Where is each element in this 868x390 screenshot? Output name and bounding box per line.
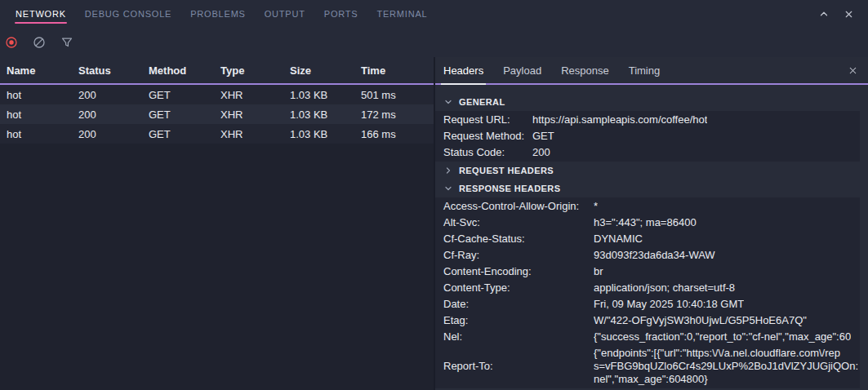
table-row[interactable]: hot 200 GET XHR 1.03 KB 166 ms xyxy=(0,124,434,144)
section-general[interactable]: GENERAL xyxy=(435,93,868,111)
tab-response[interactable]: Response xyxy=(561,57,609,83)
cell-type: XHR xyxy=(214,109,283,121)
record-icon[interactable] xyxy=(5,36,18,49)
section-general-title: GENERAL xyxy=(459,97,505,107)
cell-size: 1.03 KB xyxy=(283,89,354,101)
column-header-status[interactable]: Status xyxy=(72,64,142,77)
cell-method: GET xyxy=(142,89,214,101)
kv-value: {"success_fraction":0,"report_to":"cf-ne… xyxy=(594,329,851,345)
kv-value-line: s=vFBG9bqUZlo6Cr4s29LUxP%2BoJ1dVlZYJUGji… xyxy=(594,360,858,373)
cell-name: hot xyxy=(0,128,72,140)
cell-time: 501 ms xyxy=(354,89,434,101)
cell-type: XHR xyxy=(214,89,283,101)
column-header-type[interactable]: Type xyxy=(214,64,283,77)
tab-payload[interactable]: Payload xyxy=(503,57,541,83)
request-table-header: Name Status Method Type Size Time xyxy=(0,57,434,85)
kv-key: Report-To: xyxy=(443,358,594,374)
kv-cf-cache-status: Cf-Cache-Status: DYNAMIC xyxy=(435,231,860,247)
kv-value: W/"422-OFgVyjSW3h0UjwL/G5P5HoE6A7Q" xyxy=(594,312,807,329)
kv-alt-svc: Alt-Svc: h3=":443"; ma=86400 xyxy=(435,215,860,231)
chevron-up-icon[interactable] xyxy=(817,7,830,20)
tab-debug-console[interactable]: DEBUG CONSOLE xyxy=(85,0,171,28)
panel-window-controls xyxy=(817,0,868,28)
kv-value: GET xyxy=(532,128,554,144)
tab-headers[interactable]: Headers xyxy=(443,57,483,83)
panel-tabs: NETWORK DEBUG CONSOLE PROBLEMS OUTPUT PO… xyxy=(0,0,428,28)
cell-method: GET xyxy=(142,128,214,140)
kv-value: h3=":443"; ma=86400 xyxy=(594,215,697,231)
kv-key: Content-Encoding: xyxy=(443,264,594,280)
kv-value: 200 xyxy=(532,144,550,161)
kv-key: Date: xyxy=(443,296,594,312)
kv-key: Content-Type: xyxy=(443,280,594,296)
kv-value-multiline: {"endpoints":[{"url":"https:\/\/a.nel.cl… xyxy=(594,345,858,388)
kv-key: Status Code: xyxy=(443,144,532,161)
panel-tab-bar: NETWORK DEBUG CONSOLE PROBLEMS OUTPUT PO… xyxy=(0,0,868,28)
kv-request-method: Request Method: GET xyxy=(435,128,860,144)
kv-report-to: Report-To: {"endpoints":[{"url":"https:\… xyxy=(435,345,860,388)
tab-output[interactable]: OUTPUT xyxy=(265,0,305,28)
chevron-down-icon xyxy=(443,97,453,107)
kv-nel: Nel: {"success_fraction":0,"report_to":"… xyxy=(435,329,860,345)
close-panel-icon[interactable] xyxy=(842,7,855,20)
tab-terminal-label: TERMINAL xyxy=(376,9,427,19)
kv-key: Request Method: xyxy=(443,128,532,144)
kv-value-line: {"endpoints":[{"url":"https:\/\/a.nel.cl… xyxy=(594,347,858,360)
kv-key: Etag: xyxy=(443,312,594,329)
cell-size: 1.03 KB xyxy=(283,109,354,121)
tab-problems-label: PROBLEMS xyxy=(190,9,246,19)
cell-method: GET xyxy=(142,109,214,121)
tab-timing[interactable]: Timing xyxy=(629,57,661,83)
cell-status: 200 xyxy=(72,128,142,140)
column-header-size[interactable]: Size xyxy=(283,64,354,77)
tab-ports-label: PORTS xyxy=(324,9,358,19)
table-row[interactable]: hot 200 GET XHR 1.03 KB 501 ms xyxy=(0,85,434,104)
tab-output-label: OUTPUT xyxy=(265,9,305,19)
filter-icon[interactable] xyxy=(60,36,73,49)
kv-value: https://api.sampleapis.com/coffee/hot xyxy=(532,112,707,128)
general-block: Request URL: https://api.sampleapis.com/… xyxy=(435,111,860,162)
response-headers-block: Access-Control-Allow-Origin: * Alt-Svc: … xyxy=(435,197,860,388)
cell-name: hot xyxy=(0,89,72,101)
kv-value: * xyxy=(594,198,598,215)
kv-value: 93d093f23da6da34-WAW xyxy=(594,247,715,264)
tab-problems[interactable]: PROBLEMS xyxy=(190,0,246,28)
section-request-headers[interactable]: REQUEST HEADERS xyxy=(435,162,868,179)
kv-value: application/json; charset=utf-8 xyxy=(594,280,735,296)
network-panel-body: Name Status Method Type Size Time hot 20… xyxy=(0,57,868,390)
kv-status-code: Status Code: 200 xyxy=(435,144,860,161)
close-details-icon[interactable] xyxy=(848,57,868,83)
column-header-name[interactable]: Name xyxy=(0,64,72,77)
kv-key: Cf-Ray: xyxy=(443,247,594,264)
cell-status: 200 xyxy=(72,109,142,121)
kv-content-encoding: Content-Encoding: br xyxy=(435,264,860,280)
clear-icon[interactable] xyxy=(33,36,46,49)
kv-value-line: nel","max_age":604800} xyxy=(594,373,858,386)
kv-key: Alt-Svc: xyxy=(443,215,594,231)
request-table: Name Status Method Type Size Time hot 20… xyxy=(0,57,434,390)
tab-network-label: NETWORK xyxy=(16,9,66,19)
kv-key: Request URL: xyxy=(443,112,532,128)
headers-view: GENERAL Request URL: https://api.samplea… xyxy=(435,85,868,390)
tab-network[interactable]: NETWORK xyxy=(16,0,66,28)
cell-type: XHR xyxy=(214,128,283,140)
column-header-method[interactable]: Method xyxy=(142,64,214,77)
kv-request-url: Request URL: https://api.sampleapis.com/… xyxy=(435,112,860,128)
chevron-right-icon xyxy=(443,166,453,175)
request-details-panel: Headers Payload Response Timing GENERAL … xyxy=(434,57,868,390)
kv-etag: Etag: W/"422-OFgVyjSW3h0UjwL/G5P5HoE6A7Q… xyxy=(435,312,860,329)
section-request-headers-title: REQUEST HEADERS xyxy=(459,166,554,175)
kv-access-control-allow-origin: Access-Control-Allow-Origin: * xyxy=(435,198,860,215)
kv-value: br xyxy=(594,264,603,280)
section-response-headers[interactable]: RESPONSE HEADERS xyxy=(435,179,868,197)
network-toolbar xyxy=(0,28,868,57)
details-tab-bar: Headers Payload Response Timing xyxy=(435,57,868,85)
cell-size: 1.03 KB xyxy=(283,128,354,140)
tab-terminal[interactable]: TERMINAL xyxy=(376,0,427,28)
cell-status: 200 xyxy=(72,89,142,101)
kv-value: DYNAMIC xyxy=(594,231,643,247)
column-header-time[interactable]: Time xyxy=(354,64,434,77)
kv-key: Access-Control-Allow-Origin: xyxy=(443,198,594,215)
table-row[interactable]: hot 200 GET XHR 1.03 KB 172 ms xyxy=(0,104,434,124)
tab-ports[interactable]: PORTS xyxy=(324,0,358,28)
